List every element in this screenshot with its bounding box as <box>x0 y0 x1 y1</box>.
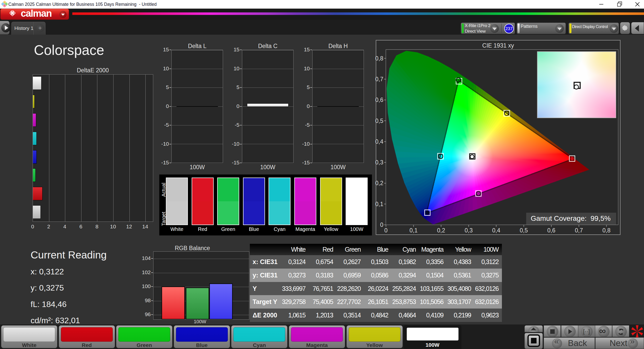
svg-text:0,7: 0,7 <box>575 227 583 234</box>
svg-text:0,8: 0,8 <box>603 227 611 234</box>
svg-text:0: 0 <box>384 227 388 234</box>
svg-text:0,6: 0,6 <box>547 227 556 234</box>
svg-text:0,5: 0,5 <box>375 118 383 124</box>
svg-text:0,3: 0,3 <box>465 227 473 234</box>
svg-text:0,6: 0,6 <box>375 97 383 103</box>
svg-text:0: 0 <box>380 222 383 228</box>
svg-text:0,4: 0,4 <box>375 138 383 145</box>
svg-text:0,3: 0,3 <box>375 159 383 166</box>
svg-text:0,2: 0,2 <box>375 180 383 186</box>
svg-text:0,7: 0,7 <box>375 76 383 82</box>
svg-text:0,1: 0,1 <box>375 201 383 207</box>
svg-text:0,2: 0,2 <box>437 227 445 234</box>
svg-text:0,1: 0,1 <box>410 227 418 234</box>
svg-text:0,5: 0,5 <box>520 227 528 234</box>
svg-text:0,8: 0,8 <box>375 55 383 62</box>
svg-text:0,4: 0,4 <box>492 227 500 234</box>
